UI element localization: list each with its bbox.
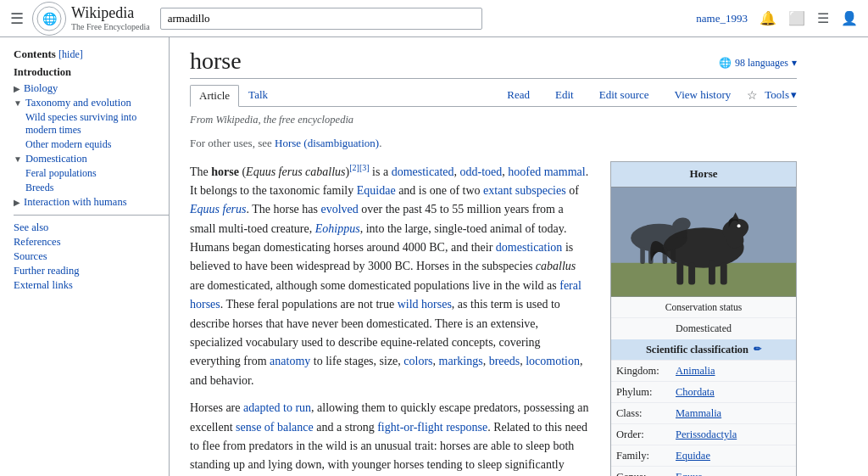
sidebar-item-references[interactable]: References bbox=[14, 235, 169, 249]
infobox-order-value[interactable]: Perissodactyla bbox=[676, 426, 737, 443]
article-body: For other uses, see Horse (disambiguatio… bbox=[190, 135, 797, 476]
logo-subtitle: The Free Encyclopedia bbox=[71, 22, 150, 31]
infobox-image bbox=[611, 187, 796, 297]
ref-1[interactable]: [2][3] bbox=[349, 163, 369, 172]
user-menu-icon[interactable]: 👤 bbox=[841, 10, 858, 26]
link-domesticated[interactable]: domesticated bbox=[392, 165, 454, 177]
sidebar-item-domestication[interactable]: ▼ Domestication bbox=[14, 152, 169, 166]
link-locomotion[interactable]: locomotion bbox=[526, 355, 580, 367]
link-equidae[interactable]: Equidae bbox=[357, 184, 396, 197]
sidebar-item-wild-species[interactable]: Wild species surviving into modern times bbox=[25, 110, 169, 137]
svg-rect-8 bbox=[688, 262, 695, 284]
link-hoofed[interactable]: hoofed mammal bbox=[508, 165, 585, 177]
toc-hide-button[interactable]: [hide] bbox=[58, 48, 83, 60]
article-content: horse 🌐 98 languages ▾ Article Talk Read… bbox=[170, 37, 814, 476]
tab-read[interactable]: Read bbox=[498, 84, 539, 106]
infobox-row-family: Family: Equidae bbox=[611, 445, 796, 466]
svg-rect-10 bbox=[721, 262, 727, 284]
header-left: ☰ 🌐 Wikipedia The Free Encyclopedia bbox=[10, 2, 150, 36]
infobox-row-order: Order: Perissodactyla bbox=[611, 423, 796, 445]
sidebar-item-external-links[interactable]: External links bbox=[14, 278, 169, 293]
infobox-kingdom-value[interactable]: Animalia bbox=[676, 362, 715, 379]
sidebar-item-sources[interactable]: Sources bbox=[14, 249, 169, 264]
infobox-row-kingdom: Kingdom: Animalia bbox=[611, 360, 796, 381]
article-with-infobox: The horse (Equus ferus caballus)[2][3] i… bbox=[190, 161, 797, 476]
page-header: ☰ 🌐 Wikipedia The Free Encyclopedia name… bbox=[0, 0, 868, 37]
svg-text:🌐: 🌐 bbox=[42, 12, 58, 26]
sidebar-item-biology[interactable]: ▶ Biology bbox=[14, 81, 169, 96]
tab-edit[interactable]: Edit bbox=[546, 84, 583, 106]
link-extant[interactable]: extant subspecies bbox=[483, 184, 566, 197]
wikipedia-logo: 🌐 bbox=[32, 2, 66, 36]
svg-rect-15 bbox=[640, 247, 645, 263]
infobox-class-label: Class: bbox=[616, 405, 676, 422]
disambig-text: For other uses, see bbox=[190, 137, 272, 149]
chevron-down-icon: ▼ bbox=[14, 154, 22, 164]
chevron-right-icon: ▶ bbox=[14, 84, 20, 93]
sidebar-item-taxonomy[interactable]: ▼ Taxonomy and evolution bbox=[14, 96, 169, 110]
svg-rect-16 bbox=[648, 249, 654, 264]
tab-talk[interactable]: Talk bbox=[239, 84, 277, 106]
chevron-right-icon: ▶ bbox=[14, 198, 20, 207]
link-domestication[interactable]: domestication bbox=[496, 241, 563, 254]
sidebar-item-see-also[interactable]: See also bbox=[14, 221, 169, 235]
link-sense-of-balance[interactable]: sense of balance bbox=[236, 421, 314, 434]
link-colors[interactable]: colors bbox=[403, 355, 432, 367]
sidebar-item-label: Interaction with humans bbox=[24, 196, 127, 209]
edit-sci-class-icon[interactable]: ✏ bbox=[754, 342, 761, 357]
username-link[interactable]: name_1993 bbox=[696, 12, 748, 25]
infobox-row-genus: Genus: Equus bbox=[611, 466, 796, 476]
link-feral-horses[interactable]: feral horses bbox=[190, 279, 581, 311]
infobox-row-class: Class: Mammalia bbox=[611, 402, 796, 423]
sidebar: Contents [hide] Introduction ▶ Biology ▼… bbox=[0, 37, 170, 476]
svg-rect-7 bbox=[676, 260, 683, 284]
link-evolved[interactable]: evolved bbox=[321, 203, 359, 216]
svg-rect-3 bbox=[611, 262, 796, 296]
svg-rect-17 bbox=[663, 247, 668, 263]
watchlist-star-icon[interactable]: ☆ bbox=[747, 88, 758, 103]
tab-article[interactable]: Article bbox=[190, 85, 239, 107]
logo-area[interactable]: 🌐 Wikipedia The Free Encyclopedia bbox=[32, 2, 150, 36]
infobox-class-value[interactable]: Mammalia bbox=[676, 405, 721, 422]
svg-point-11 bbox=[737, 224, 741, 227]
tab-edit-source[interactable]: Edit source bbox=[590, 84, 659, 106]
contributions-icon[interactable]: ☰ bbox=[817, 10, 829, 26]
search-input[interactable] bbox=[168, 12, 475, 25]
hamburger-menu-icon[interactable]: ☰ bbox=[10, 9, 24, 28]
logo-text: Wikipedia The Free Encyclopedia bbox=[71, 5, 150, 31]
sidebar-item-label: See also bbox=[14, 221, 48, 234]
svg-rect-18 bbox=[670, 249, 676, 264]
infobox-order-label: Order: bbox=[616, 426, 676, 443]
paragraph-1: The horse (Equus ferus caballus)[2][3] i… bbox=[190, 161, 590, 390]
sidebar-item-feral[interactable]: Feral populations bbox=[25, 166, 169, 181]
toc-label: Contents bbox=[14, 48, 56, 60]
languages-button[interactable]: 🌐 98 languages ▾ bbox=[719, 57, 797, 70]
notification-icon[interactable]: 🔔 bbox=[760, 10, 776, 26]
watchlist-icon[interactable]: ⬜ bbox=[788, 10, 805, 26]
link-wild-horses[interactable]: wild horses bbox=[398, 298, 452, 311]
svg-rect-9 bbox=[709, 260, 715, 284]
search-bar[interactable] bbox=[160, 8, 482, 30]
link-anatomy[interactable]: anatomy bbox=[270, 355, 310, 367]
sidebar-item-further-reading[interactable]: Further reading bbox=[14, 264, 169, 278]
infobox-genus-value[interactable]: Equus bbox=[676, 468, 702, 476]
tools-button[interactable]: Tools ▾ bbox=[765, 88, 797, 102]
sidebar-item-label: Domestication bbox=[25, 153, 87, 165]
disambiguation-link[interactable]: Horse (disambiguation) bbox=[275, 137, 379, 149]
link-odd-toed[interactable]: odd-toed bbox=[460, 165, 503, 177]
link-fight-or-flight[interactable]: fight-or-flight response bbox=[377, 421, 487, 434]
link-adapted-to-run[interactable]: adapted to run bbox=[243, 401, 311, 414]
infobox-family-value[interactable]: Equidae bbox=[676, 447, 710, 464]
link-breeds[interactable]: breeds bbox=[489, 355, 520, 367]
tab-view-history[interactable]: View history bbox=[665, 84, 741, 106]
link-equus-ferus[interactable]: Equus ferus bbox=[190, 203, 247, 216]
link-markings[interactable]: markings bbox=[439, 355, 483, 367]
toc-sub-taxonomy: Wild species surviving into modern times… bbox=[14, 110, 169, 152]
sidebar-item-label: External links bbox=[14, 279, 73, 292]
sidebar-item-other-equids[interactable]: Other modern equids bbox=[25, 137, 169, 152]
sidebar-item-interaction[interactable]: ▶ Interaction with humans bbox=[14, 195, 169, 210]
sidebar-item-breeds[interactable]: Breeds bbox=[25, 181, 169, 195]
link-eohippus[interactable]: Eohippus bbox=[315, 222, 360, 235]
sidebar-item-label: Sources bbox=[14, 250, 47, 263]
infobox-phylum-value[interactable]: Chordata bbox=[676, 384, 715, 400]
